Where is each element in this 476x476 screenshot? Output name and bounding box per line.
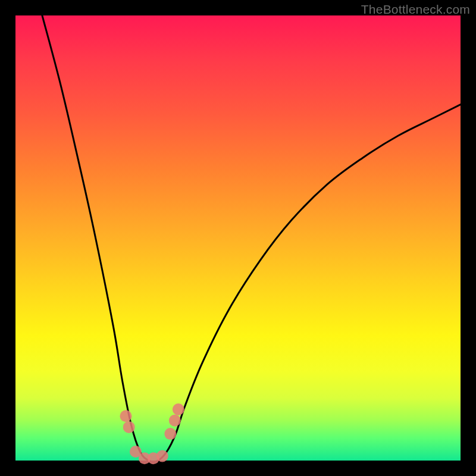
curve-svg [15, 15, 461, 461]
outer-frame: TheBottleneck.com [0, 0, 476, 476]
watermark-text: TheBottleneck.com [361, 2, 470, 17]
bottleneck-curve [42, 15, 461, 462]
curve-marker [120, 410, 132, 422]
curve-marker [156, 450, 168, 462]
curve-marker [173, 403, 184, 415]
curve-marker [123, 421, 135, 433]
plot-area [15, 15, 461, 461]
curve-marker [169, 415, 181, 427]
markers-group [120, 403, 184, 464]
curve-marker [164, 428, 176, 440]
